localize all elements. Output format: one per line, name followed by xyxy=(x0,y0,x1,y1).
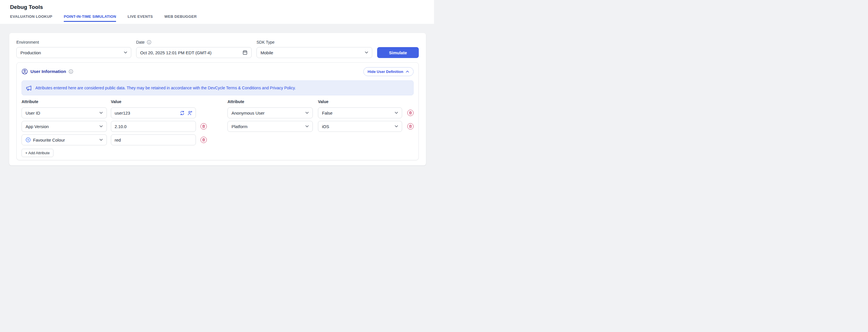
add-attribute-button[interactable]: + Add Attribute xyxy=(22,149,54,157)
value-column-header: Value xyxy=(318,99,402,104)
user-id-value-wrap xyxy=(111,108,196,118)
page-header: Debug Tools EVALUATION LOOKUP POINT-IN-T… xyxy=(0,0,434,24)
user-plus-icon[interactable] xyxy=(188,111,192,116)
date-label: Date xyxy=(136,40,145,44)
sdk-type-label: SDK Type xyxy=(256,40,372,45)
page-title: Debug Tools xyxy=(10,0,434,10)
hide-user-definition-button[interactable]: Hide User Definition xyxy=(363,67,413,76)
app-version-attribute-value: App Version xyxy=(26,124,49,129)
environment-group: Environment Production xyxy=(17,40,131,58)
chevron-down-icon xyxy=(305,112,309,114)
environment-select[interactable]: Production xyxy=(17,47,131,58)
chevron-up-icon xyxy=(406,70,409,73)
platform-attribute-select[interactable]: Platform xyxy=(227,121,313,132)
delete-row-button[interactable] xyxy=(407,123,413,129)
simulation-controls: Environment Production Date Oct 20, 2025… xyxy=(17,40,419,58)
anonymous-user-attribute-value: Anonymous User xyxy=(231,111,265,116)
user-information-title: User Information xyxy=(30,69,66,74)
svg-text:S: S xyxy=(27,138,29,141)
tab-web-debugger[interactable]: WEB DEBUGGER xyxy=(164,14,197,22)
user-information-section: User Information Hide User Definition At… xyxy=(17,62,419,160)
tab-bar: EVALUATION LOOKUP POINT-IN-TIME SIMULATI… xyxy=(10,14,434,22)
value-column-header: Value xyxy=(111,99,196,104)
calendar-icon[interactable] xyxy=(242,50,248,55)
attribute-row-1: User ID Anonymous User xyxy=(22,108,413,118)
delete-row-button[interactable] xyxy=(200,137,207,143)
hide-user-definition-label: Hide User Definition xyxy=(368,69,403,74)
anonymous-user-value: False xyxy=(322,111,333,116)
attribute-grid-headers: Attribute Value Attribute Value xyxy=(22,99,413,104)
environment-label: Environment xyxy=(17,40,131,45)
sdk-type-value: Mobile xyxy=(260,50,273,55)
user-id-attribute-select[interactable]: User ID xyxy=(22,108,107,118)
chevron-down-icon xyxy=(365,52,368,54)
date-picker[interactable]: Oct 20, 2025 12:01 PM EDT (GMT-4) xyxy=(136,47,252,58)
app-version-attribute-select[interactable]: App Version xyxy=(22,121,107,132)
environment-value: Production xyxy=(21,50,41,55)
attribute-row-2: App Version Platform xyxy=(22,121,413,132)
attribute-column-header: Attribute xyxy=(22,99,107,104)
anonymous-user-value-select[interactable]: False xyxy=(318,108,402,118)
megaphone-icon xyxy=(26,85,32,91)
platform-value: iOS xyxy=(322,124,329,129)
tab-evaluation-lookup[interactable]: EVALUATION LOOKUP xyxy=(10,14,52,22)
user-id-attribute-value: User ID xyxy=(26,111,40,116)
date-label-row: Date xyxy=(136,40,252,45)
s-badge-icon: S xyxy=(26,137,31,143)
chevron-down-icon xyxy=(395,125,398,127)
attribute-row-3: S Favourite Colour xyxy=(22,134,413,145)
trash-icon xyxy=(202,125,205,128)
chevron-down-icon xyxy=(395,112,398,114)
user-information-header: User Information Hide User Definition xyxy=(22,63,413,81)
chevron-down-icon xyxy=(99,112,103,114)
simulation-panel: Environment Production Date Oct 20, 2025… xyxy=(9,33,426,165)
platform-attribute-value: Platform xyxy=(231,124,248,129)
info-icon[interactable] xyxy=(69,69,73,74)
chevron-down-icon xyxy=(124,52,127,54)
attribute-column-header: Attribute xyxy=(227,99,313,104)
sdk-type-group: SDK Type Mobile xyxy=(256,40,372,58)
favourite-colour-value-input[interactable] xyxy=(111,134,196,145)
simulate-button[interactable]: Simulate xyxy=(377,47,419,58)
trash-icon xyxy=(409,111,412,115)
tab-point-in-time-simulation[interactable]: POINT-IN-TIME SIMULATION xyxy=(64,14,116,22)
favourite-colour-attribute-select[interactable]: S Favourite Colour xyxy=(22,134,107,145)
platform-value-select[interactable]: iOS xyxy=(318,121,402,132)
trash-icon xyxy=(202,138,205,142)
chevron-down-icon xyxy=(305,125,309,127)
public-data-banner: Attributes entered here are considered p… xyxy=(22,81,413,95)
anonymous-user-attribute-select[interactable]: Anonymous User xyxy=(227,108,313,118)
chevron-down-icon xyxy=(99,139,103,141)
trash-icon xyxy=(409,125,412,128)
chevron-down-icon xyxy=(99,125,103,127)
public-data-banner-text: Attributes entered here are considered p… xyxy=(35,86,296,90)
app-version-value-input[interactable] xyxy=(111,121,196,132)
refresh-icon[interactable] xyxy=(180,111,185,116)
date-value: Oct 20, 2025 12:01 PM EDT (GMT-4) xyxy=(140,50,211,55)
delete-row-button[interactable] xyxy=(407,110,413,116)
delete-row-button[interactable] xyxy=(200,123,207,129)
tab-live-events[interactable]: LIVE EVENTS xyxy=(127,14,153,22)
date-group: Date Oct 20, 2025 12:01 PM EDT (GMT-4) xyxy=(136,40,252,58)
favourite-colour-attribute-value: Favourite Colour xyxy=(33,138,65,143)
user-circle-icon xyxy=(22,68,28,75)
sdk-type-select[interactable]: Mobile xyxy=(256,47,372,58)
info-icon[interactable] xyxy=(147,40,151,44)
